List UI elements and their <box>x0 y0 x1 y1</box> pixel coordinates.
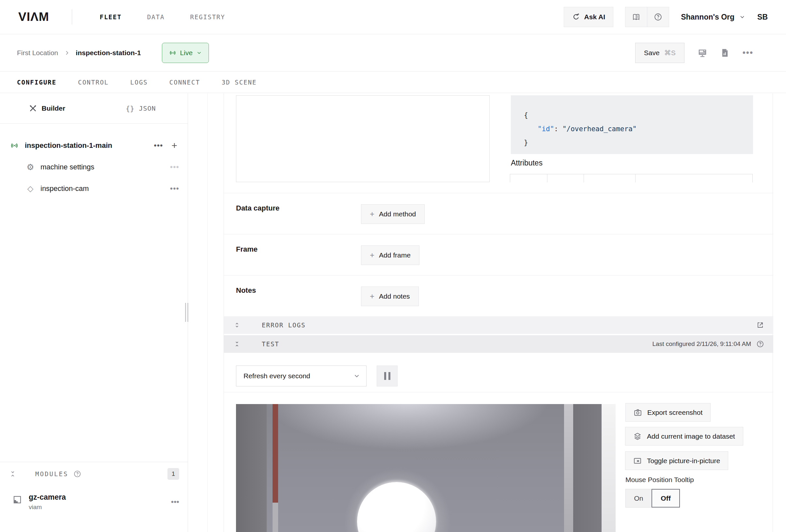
tab-logs[interactable]: LOGS <box>130 79 148 86</box>
data-capture-label: Data capture <box>236 204 279 212</box>
inspection-cam-ellipsis[interactable]: ••• <box>170 184 179 193</box>
org-switcher[interactable]: Shannon's Org <box>681 13 745 22</box>
breadcrumb: First Location inspection-station-1 Live <box>17 43 209 63</box>
status-label: Live <box>180 49 193 57</box>
ask-ai-label: Ask AI <box>584 13 605 21</box>
tooltip-on-button[interactable]: On <box>625 489 652 508</box>
nav-divider <box>72 9 72 24</box>
machine-settings-ellipsis[interactable]: ••• <box>170 163 179 172</box>
last-configured-text: Last configured 2/11/26, 9:11:04 AM <box>652 341 751 348</box>
camera-scene-red-stripe <box>273 404 278 503</box>
tree-row-main-part[interactable]: inspection-station-1-main ••• + <box>0 135 188 156</box>
top-nav-right: Ask AI <box>564 7 768 27</box>
toggle-pip-button[interactable]: Toggle picture-in-picture <box>625 452 728 470</box>
attributes-col-2 <box>547 174 584 182</box>
modules-header: MODULES 1 <box>0 462 188 486</box>
breadcrumb-location[interactable]: First Location <box>17 49 58 57</box>
help-circle-icon <box>654 13 662 21</box>
nav-item-fleet[interactable]: FLEET <box>99 14 121 21</box>
module-org: viam <box>29 504 66 511</box>
code-line-id: "id": "/overhead_camera" <box>538 122 753 136</box>
test-bar[interactable]: TEST Last configured 2/11/26, 9:11:04 AM <box>224 335 773 353</box>
main-part-ellipsis[interactable]: ••• <box>154 141 163 150</box>
pause-refresh-button[interactable] <box>377 366 398 387</box>
code-line-close: } <box>524 136 753 149</box>
pause-icon <box>384 372 386 380</box>
add-notes-button[interactable]: + Add notes <box>361 286 419 306</box>
camera-scene-gray-stripe <box>273 503 278 532</box>
picture-in-picture-icon <box>633 457 642 465</box>
ask-ai-button[interactable]: Ask AI <box>564 7 614 27</box>
attributes-title: Attributes <box>511 159 542 167</box>
tab-connect[interactable]: CONNECT <box>169 79 200 86</box>
save-shortcut: ⌘S <box>664 49 676 57</box>
machine-status-badge[interactable]: Live <box>162 43 209 63</box>
modules-help-icon[interactable] <box>73 470 81 478</box>
help-button[interactable] <box>647 7 669 27</box>
breadcrumb-machine: inspection-station-1 <box>76 49 141 57</box>
tree-row-inspection-cam[interactable]: ◇ inspection-cam ••• <box>0 178 188 200</box>
code-colon: : <box>554 125 558 133</box>
mouse-position-tooltip-label: Mouse Position Tooltip <box>625 476 694 484</box>
tab-control[interactable]: CONTROL <box>78 79 109 86</box>
camera-scene-left-wall <box>236 404 267 532</box>
tab-configure[interactable]: CONFIGURE <box>17 79 56 86</box>
add-resource-button[interactable]: + <box>171 140 177 151</box>
section-divider <box>224 193 773 193</box>
save-button[interactable]: Save ⌘S <box>635 43 685 63</box>
documentation-button[interactable] <box>625 7 647 27</box>
document-chart-icon <box>720 48 730 57</box>
builder-mode-button[interactable]: Builder <box>0 93 94 123</box>
add-frame-button[interactable]: + Add frame <box>361 246 419 265</box>
export-screenshot-button[interactable]: Export screenshot <box>625 403 711 422</box>
sidebar-resize-handle[interactable] <box>185 303 188 322</box>
machine-tabs: CONFIGURE CONTROL LOGS CONNECT 3D SCENE <box>0 71 786 93</box>
section-divider <box>224 234 773 234</box>
add-image-to-dataset-button[interactable]: Add current image to dataset <box>625 427 743 445</box>
layers-icon <box>633 432 642 441</box>
machine-bar: First Location inspection-station-1 Live <box>0 34 786 71</box>
test-title: TEST <box>262 341 279 348</box>
add-method-button[interactable]: + Add method <box>361 204 425 224</box>
config-sidebar: Builder {} JSON inspection-station-1-mai… <box>0 93 188 532</box>
component-preview-panel <box>236 95 490 182</box>
code-line-open: { <box>524 108 753 122</box>
camera-icon <box>633 408 642 417</box>
test-help-icon[interactable] <box>756 340 764 348</box>
error-logs-title: ERROR LOGS <box>262 322 305 329</box>
tooltip-off-button[interactable]: Off <box>651 489 680 508</box>
panel-gutter-line <box>207 93 208 532</box>
camera-scene-right-strip <box>564 404 573 532</box>
module-ellipsis[interactable]: ••• <box>171 498 179 507</box>
fullscreen-monitor-button[interactable] <box>697 48 707 58</box>
component-config-card: { "id": "/overhead_camera" } Attributes … <box>224 93 773 532</box>
module-name: gz-camera <box>29 493 66 502</box>
camera-stream <box>236 404 616 532</box>
machine-report-button[interactable] <box>720 48 730 57</box>
add-method-label: Add method <box>379 210 416 218</box>
nav-item-data[interactable]: DATA <box>147 14 165 21</box>
frame-label: Frame <box>236 245 257 254</box>
error-logs-bar[interactable]: ERROR LOGS <box>224 316 773 334</box>
org-name: Shannon's Org <box>681 13 735 22</box>
nav-item-registry[interactable]: REGISTRY <box>190 14 225 21</box>
module-row-gz-camera[interactable]: gz-camera viam ••• <box>0 493 188 511</box>
tab-3d-scene[interactable]: 3D SCENE <box>222 79 257 86</box>
modules-collapse-icon[interactable] <box>9 470 16 478</box>
collapse-chevrons-icon <box>234 341 240 347</box>
modules-count-badge: 1 <box>167 468 179 480</box>
add-image-to-dataset-label: Add current image to dataset <box>647 433 735 440</box>
status-chevron-down-icon <box>196 50 202 56</box>
plus-icon: + <box>370 251 374 260</box>
machine-menu-ellipsis[interactable]: ••• <box>743 48 753 58</box>
ai-refresh-sparkle-icon <box>572 13 580 21</box>
module-text: gz-camera viam <box>29 493 66 511</box>
save-label: Save <box>644 49 660 57</box>
open-external-icon[interactable] <box>756 321 764 329</box>
user-avatar[interactable]: SB <box>757 13 768 22</box>
machine-settings-label: machine settings <box>41 163 94 171</box>
tree-row-machine-settings[interactable]: ⚙ machine settings ••• <box>0 156 188 178</box>
chevron-right-icon <box>64 50 70 56</box>
refresh-rate-select[interactable]: Refresh every second <box>236 366 367 387</box>
json-mode-button[interactable]: {} JSON <box>94 93 188 123</box>
